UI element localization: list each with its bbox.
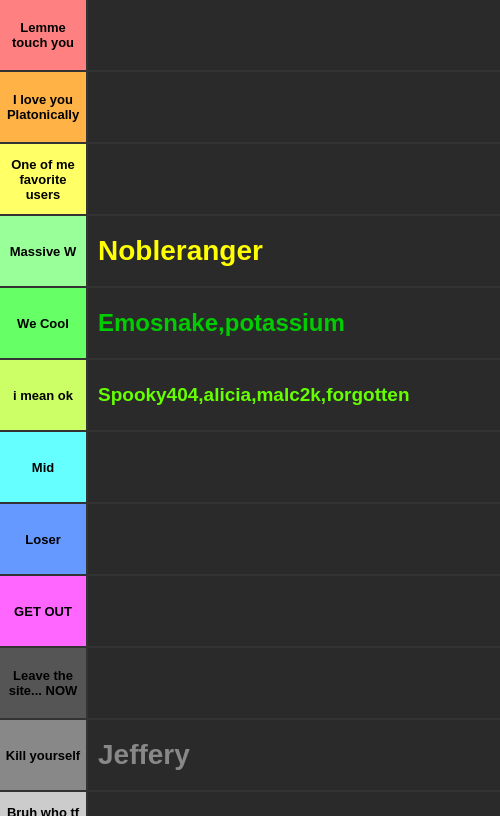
tier-row: imgflip.comBruh who tf are you lmaoSilve…	[0, 792, 500, 816]
tier-row: Loser	[0, 504, 500, 576]
tier-label-lemme-touch: Lemme touch you	[0, 0, 88, 70]
tier-row: One of me favorite users	[0, 144, 500, 216]
tier-row: We CoolEmosnake,potassium	[0, 288, 500, 360]
tier-label-fav-users: One of me favorite users	[0, 144, 88, 214]
tier-content-mid	[88, 432, 500, 502]
tier-content-i-mean-ok: Spooky404,alicia,malc2k,forgotten	[88, 360, 500, 430]
tier-content-we-cool: Emosnake,potassium	[88, 288, 500, 358]
tier-content-massive-w: Nobleranger	[88, 216, 500, 286]
tier-row: GET OUT	[0, 576, 500, 648]
tier-content-text-i-mean-ok: Spooky404,alicia,malc2k,forgotten	[98, 384, 410, 406]
tier-content-lemme-touch	[88, 0, 500, 70]
tier-label-massive-w: Massive W	[0, 216, 88, 286]
tier-content-kill-yourself: Jeffery	[88, 720, 500, 790]
tier-label-i-love-you: I love you Platonically	[0, 72, 88, 142]
tier-label-leave-site: Leave the site... NOW	[0, 648, 88, 718]
tier-content-text-massive-w: Nobleranger	[98, 235, 263, 267]
tier-label-bruh: Bruh who tf are you lmao	[0, 792, 88, 816]
tier-row: Massive WNobleranger	[0, 216, 500, 288]
tier-label-kill-yourself: Kill yourself	[0, 720, 88, 790]
tier-content-text-kill-yourself: Jeffery	[98, 739, 190, 771]
tier-content-leave-site	[88, 648, 500, 718]
tier-content-loser	[88, 504, 500, 574]
tier-row: Mid	[0, 432, 500, 504]
tier-list: Lemme touch youI love you PlatonicallyOn…	[0, 0, 500, 816]
tier-content-get-out	[88, 576, 500, 646]
tier-row: Lemme touch you	[0, 0, 500, 72]
tier-content-text-we-cool: Emosnake,potassium	[98, 309, 345, 337]
tier-label-mid: Mid	[0, 432, 88, 502]
tier-row: i mean okSpooky404,alicia,malc2k,forgott…	[0, 360, 500, 432]
tier-row: Kill yourselfJeffery	[0, 720, 500, 792]
tier-label-i-mean-ok: i mean ok	[0, 360, 88, 430]
tier-row: Leave the site... NOW	[0, 648, 500, 720]
tier-content-i-love-you	[88, 72, 500, 142]
tier-row: I love you Platonically	[0, 72, 500, 144]
tier-content-fav-users	[88, 144, 500, 214]
tier-label-loser: Loser	[0, 504, 88, 574]
tier-label-we-cool: We Cool	[0, 288, 88, 358]
tier-label-get-out: GET OUT	[0, 576, 88, 646]
tier-content-bruh: Silverburn, GM_bax	[88, 792, 500, 816]
